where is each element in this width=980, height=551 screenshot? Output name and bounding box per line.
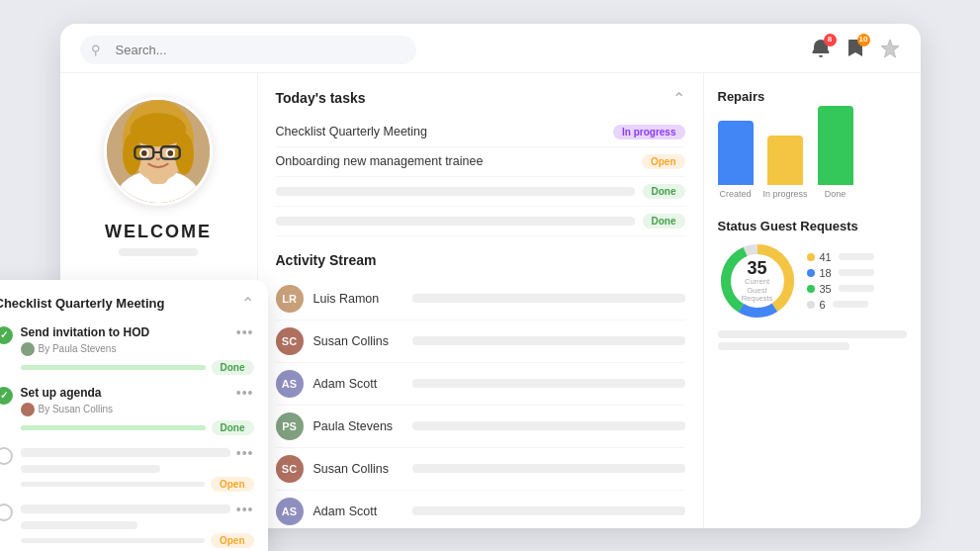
bar-done	[818, 106, 853, 185]
activity-bar	[412, 336, 685, 345]
legend-value: 18	[820, 267, 832, 279]
search-input[interactable]	[80, 36, 416, 64]
welcome-label: WELCOME	[105, 222, 212, 242]
checklist-item: ••• Open	[0, 445, 254, 492]
tasks-collapse-button[interactable]: ⌃	[672, 89, 685, 108]
activity-row: SC Susan Collins	[276, 448, 685, 491]
check-item-header: •••	[21, 502, 254, 517]
middle-panel: Today's tasks ⌃ Checklist Quarterly Meet…	[258, 73, 703, 528]
bar-group-done: Done	[818, 106, 853, 199]
legend-dot	[807, 301, 815, 309]
legend-dot	[807, 253, 815, 261]
svg-point-7	[123, 134, 141, 175]
svg-point-15	[167, 150, 173, 156]
activity-avatar: PS	[276, 413, 304, 440]
activity-name: Susan Collins	[313, 462, 402, 476]
bottom-bars	[718, 330, 907, 350]
activity-bar	[412, 506, 685, 515]
legend-item: 35	[807, 283, 874, 295]
task-row: Done	[276, 207, 685, 236]
task-blur	[276, 217, 635, 226]
check-content: Send invitation to HOD ••• By Paula Stev…	[21, 324, 254, 375]
legend-value: 6	[820, 299, 826, 311]
donut-number: 35	[738, 258, 777, 278]
check-item-header: Set up agenda •••	[21, 385, 254, 401]
task-name: Checklist Quarterly Meeting	[276, 125, 606, 138]
check-status-badge: Open	[211, 533, 254, 548]
check-by-label: By Paula Stevens	[39, 343, 117, 354]
status-badge: In progress	[613, 125, 684, 139]
legend-dot	[807, 269, 815, 277]
top-icons: 8 10	[810, 38, 901, 62]
activity-bar	[412, 294, 685, 303]
bottom-bar	[718, 342, 850, 350]
activity-row: LR Luis Ramon	[276, 278, 685, 321]
bar-label-done: Done	[825, 189, 846, 199]
activity-name: Luis Ramon	[313, 292, 402, 306]
status-badge: Done	[643, 184, 685, 199]
bookmark-button[interactable]: 10	[846, 38, 865, 62]
check-bar-row: Done	[21, 360, 254, 375]
by-avatar	[21, 403, 35, 416]
status-badge: Done	[643, 214, 685, 229]
bar-inprogress	[767, 136, 803, 185]
task-row: Checklist Quarterly Meeting In progress	[276, 118, 685, 147]
tasks-title: Today's tasks	[276, 90, 366, 106]
donut-subtitle: CurrentGuest Requests	[738, 278, 777, 303]
check-by: By Susan Collins	[21, 403, 254, 416]
task-row: Done	[276, 177, 685, 207]
activity-bar	[412, 379, 685, 388]
check-item-menu-button[interactable]: •••	[236, 502, 254, 517]
check-circle: ✓	[0, 326, 13, 344]
task-name: Onboarding new management trainee	[276, 154, 634, 168]
guest-requests-section: Status Guest Requests	[718, 219, 907, 350]
activity-avatar: SC	[276, 327, 304, 355]
main-card: ⚲ 8 10	[60, 24, 921, 528]
check-bar-row: Open	[21, 533, 254, 548]
activity-title: Activity Stream	[276, 252, 377, 268]
check-status-badge: Done	[212, 360, 254, 375]
check-mark: ✓	[0, 329, 8, 340]
check-status-badge: Open	[211, 477, 254, 492]
check-item-title: Set up agenda	[21, 386, 102, 400]
bar-group-inprogress: In progress	[763, 136, 808, 199]
bookmark-badge: 10	[857, 34, 870, 46]
check-item-menu-button[interactable]: •••	[236, 385, 254, 401]
check-item-menu-button[interactable]: •••	[236, 324, 254, 340]
search-wrap: ⚲	[80, 36, 416, 64]
notification-button[interactable]: 8	[810, 38, 832, 62]
activity-header: Activity Stream	[276, 252, 685, 268]
checklist-item: ✓ Send invitation to HOD ••• By Paula St…	[0, 324, 254, 375]
activity-row: SC Susan Collins	[276, 321, 685, 363]
guest-title: Status Guest Requests	[718, 219, 907, 233]
legend-bar	[839, 285, 874, 292]
blur-bar	[21, 521, 137, 529]
blur-bar	[21, 505, 230, 513]
check-circle	[0, 447, 13, 465]
check-item-title: Send invitation to HOD	[21, 325, 150, 339]
repairs-section: Repairs Created In progress Done	[718, 89, 907, 203]
activity-bar	[412, 464, 685, 473]
activity-name: Adam Scott	[313, 505, 402, 518]
checklist-card-title: Checklist Quarterly Meeting	[0, 296, 164, 311]
task-row: Onboarding new management trainee Open	[276, 147, 685, 177]
checklist-collapse-button[interactable]: ⌃	[241, 294, 254, 313]
bar-label-inprogress: In progress	[763, 189, 808, 199]
activity-avatar: SC	[276, 455, 304, 483]
check-progress-bar	[21, 365, 206, 370]
star-button[interactable]	[879, 38, 901, 62]
check-item-header: Send invitation to HOD •••	[21, 324, 254, 340]
legend-item: 41	[807, 251, 874, 263]
check-mark: ✓	[0, 390, 8, 401]
repairs-title: Repairs	[718, 89, 907, 104]
check-item-menu-button[interactable]: •••	[236, 445, 254, 461]
check-progress-bar	[21, 425, 206, 430]
tasks-section: Today's tasks ⌃ Checklist Quarterly Meet…	[276, 89, 685, 236]
activity-row: AS Adam Scott	[276, 491, 685, 528]
activity-section: Activity Stream LR Luis Ramon SC Susan C…	[276, 252, 685, 528]
legend-list: 41 18 35	[807, 251, 874, 311]
activity-avatar: LR	[276, 285, 304, 313]
top-bar: ⚲ 8 10	[60, 24, 921, 73]
legend-bar	[839, 269, 874, 276]
legend-value: 41	[820, 251, 832, 263]
